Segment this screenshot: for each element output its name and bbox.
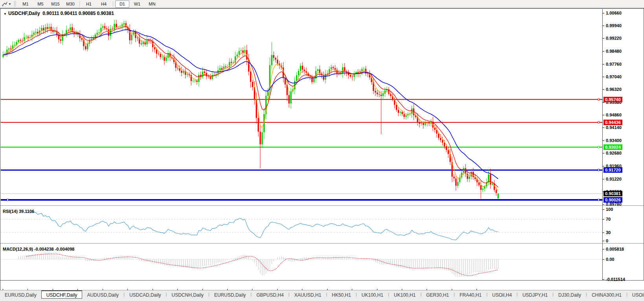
timeframe-button-m30[interactable]: M30 xyxy=(63,0,77,8)
chart-tab[interactable]: GBPUSD,H4 xyxy=(252,290,288,299)
chart-tab[interactable]: XAUUSD,H1 xyxy=(289,290,326,299)
chart-tab[interactable]: UK100,H1 xyxy=(357,290,388,299)
fast-ma-line xyxy=(3,25,498,190)
dropdown-caret-icon[interactable]: ▼ xyxy=(8,2,11,6)
line-handle[interactable] xyxy=(598,146,600,148)
price-axis-label: 0.97040 xyxy=(606,74,622,79)
rsi-axis-tick xyxy=(602,209,604,210)
price-axis-tick xyxy=(602,77,604,77)
chart-tab[interactable]: USOil,H1 xyxy=(627,290,644,299)
chart-title: ▼USDCHF,Daily 0.90111 0.90411 0.90085 0.… xyxy=(4,11,114,16)
macd-plot[interactable] xyxy=(1,244,602,280)
line-handle[interactable] xyxy=(598,169,600,171)
rsi-axis-tick xyxy=(602,241,604,241)
price-axis-tick xyxy=(602,51,604,52)
rsi-axis-tick xyxy=(602,219,604,220)
candles-layer xyxy=(2,20,499,199)
price-axis-tick xyxy=(602,89,604,90)
price-axis-tick xyxy=(602,140,604,141)
chart-title-symbol: USDCHF,Daily xyxy=(8,11,40,16)
price-axis-tick xyxy=(602,179,604,179)
price-axis-label: 1.00660 xyxy=(606,11,622,15)
price-axis-tick xyxy=(602,102,604,103)
macd-axis-tick xyxy=(602,249,604,249)
collapse-indicator-icon[interactable]: ▼ xyxy=(4,12,7,16)
rsi-axis-label: 30 xyxy=(606,230,611,235)
timeframe-button-h1[interactable]: H1 xyxy=(82,0,96,8)
price-axis-tick xyxy=(602,38,604,39)
line-handle[interactable] xyxy=(598,199,600,201)
slow-ma-line xyxy=(3,30,498,179)
timeframe-button-w1[interactable]: W1 xyxy=(130,0,144,8)
price-axis-label: 0.97760 xyxy=(606,62,622,66)
rsi-axis-tick xyxy=(602,233,604,233)
chart-tab[interactable]: HK50,H1 xyxy=(327,290,356,299)
macd-axis-label: 0.00 xyxy=(606,257,614,262)
price-axis-label: 0.99220 xyxy=(606,36,622,41)
toolbar-separator xyxy=(79,1,80,7)
line-handle[interactable] xyxy=(7,199,9,201)
timeframe-button-d1[interactable]: D1 xyxy=(115,0,129,8)
toolbar-separator xyxy=(113,1,113,7)
price-axis-tick xyxy=(602,115,604,115)
medium-ma-line xyxy=(3,27,498,187)
price-level-tag: 0.90026 xyxy=(604,197,622,203)
chart-tab[interactable]: CHINA300,H1 xyxy=(587,290,626,299)
timeframe-button-m1[interactable]: M1 xyxy=(18,0,33,8)
main-price-plot[interactable] xyxy=(1,9,602,205)
rsi-axis-label: 70 xyxy=(606,217,611,222)
time-axis[interactable] xyxy=(0,281,644,290)
chart-tab[interactable]: USDCAD,Daily xyxy=(125,290,166,299)
rsi-line xyxy=(30,212,498,240)
price-level-tag: 0.93024 xyxy=(604,144,622,150)
chart-tab[interactable]: USDJPY,H1 xyxy=(518,290,552,299)
line-handle[interactable] xyxy=(598,122,600,124)
rsi-plot[interactable] xyxy=(1,206,602,243)
macd-histogram xyxy=(18,253,498,277)
chart-tab[interactable]: UK100,H1 xyxy=(389,290,420,299)
chart-tab[interactable]: EURUSD,Daily xyxy=(0,290,41,299)
price-axis-label: 0.98480 xyxy=(606,49,622,54)
price-axis-label: 0.94140 xyxy=(606,125,622,130)
macd-axis-label: -0.011514 xyxy=(606,277,625,282)
chart-tabs: EURUSD,DailyUSDCHF,DailyAUDUSD,Daily|USD… xyxy=(0,290,644,299)
chart-tab[interactable]: USOil,H4 xyxy=(488,290,517,299)
chart-tab-active[interactable]: USDCHF,Daily xyxy=(41,290,83,299)
chart-tab[interactable]: FRA40,H1 xyxy=(455,290,486,299)
price-axis-tick xyxy=(602,64,604,65)
rsi-axis-label: 0 xyxy=(606,238,608,243)
price-level-tag: 0.94436 xyxy=(604,120,622,125)
price-axis-label: 0.96320 xyxy=(606,87,622,92)
drawing-tool-icon[interactable] xyxy=(1,1,8,7)
price-level-tag: 0.95740 xyxy=(604,97,622,102)
price-axis-tick xyxy=(602,13,604,13)
price-axis-label: 0.99940 xyxy=(606,23,622,28)
timeframe-button-mn[interactable]: MN xyxy=(145,0,159,8)
price-level-tag: 0.91720 xyxy=(604,167,622,173)
chart-tab-bar: EURUSD,DailyUSDCHF,DailyAUDUSD,Daily|USD… xyxy=(0,290,644,301)
timeframe-button-m5[interactable]: M5 xyxy=(33,0,48,8)
chart-tab[interactable]: EURUSD,Daily xyxy=(210,290,251,299)
chart-window: ▼USDCHF,Daily 0.90111 0.90411 0.90085 0.… xyxy=(0,8,644,290)
chart-tab[interactable]: DJ30,Daily xyxy=(554,290,586,299)
rsi-label: RSI(14) 39.1106 xyxy=(3,209,34,214)
timeframe-button-h4[interactable]: H4 xyxy=(97,0,111,8)
timeframe-button-m15[interactable]: M15 xyxy=(48,0,63,8)
macd-axis-label: 0.005818 xyxy=(606,247,624,251)
chart-tab[interactable]: USDCNH,Daily xyxy=(167,290,208,299)
price-axis-label: 0.93400 xyxy=(606,138,622,143)
chart-tab[interactable]: GER30,H1 xyxy=(421,290,454,299)
line-handle[interactable] xyxy=(598,98,600,100)
toolbar-grip[interactable] xyxy=(14,1,16,7)
rsi-axis-label: 100 xyxy=(606,207,613,212)
macd-label: MACD(12,26,9) -0.004238 -0.004098 xyxy=(3,247,74,251)
mt4-application: ▼ M1M5M15M30H1H4D1W1MN ▼USDCHF,Daily 0.9… xyxy=(0,0,644,301)
chart-tab[interactable]: AUDUSD,Daily xyxy=(82,290,123,299)
chart-title-ohlc: 0.90111 0.90411 0.90085 0.90381 xyxy=(42,11,114,16)
timeframe-buttons: M1M5M15M30H1H4D1W1MN xyxy=(18,0,160,8)
price-axis-label: 0.94860 xyxy=(606,113,622,117)
price-axis-tick xyxy=(602,127,604,128)
price-axis-tick xyxy=(602,26,604,26)
timeframe-toolbar: ▼ M1M5M15M30H1H4D1W1MN xyxy=(0,0,644,8)
price-axis-tick xyxy=(602,204,604,205)
